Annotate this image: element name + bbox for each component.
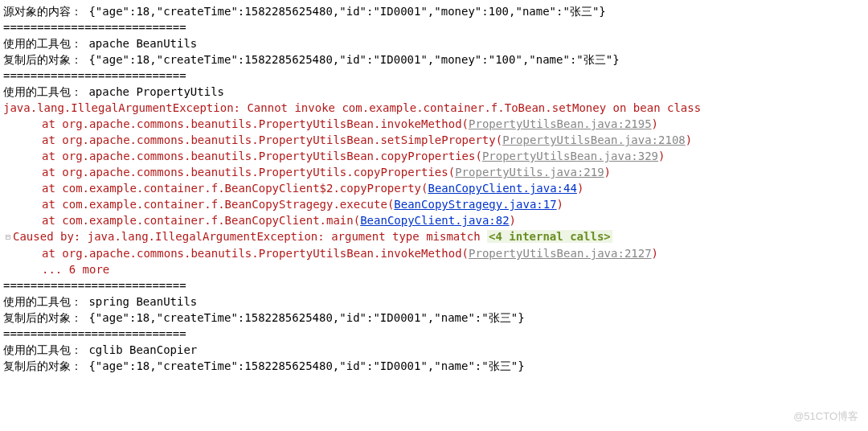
label-text: 使用的工具包： <box>3 295 82 308</box>
stack-call: at org.apache.commons.beanutils.Property… <box>42 150 475 162</box>
source-link[interactable]: PropertyUtils.java:219 <box>455 166 604 179</box>
output-line: 使用的工具包： apache BeanUtils <box>3 35 865 51</box>
source-link[interactable]: PropertyUtilsBean.java:2195 <box>469 117 652 130</box>
source-link[interactable]: BeanCopyStragegy.java:17 <box>394 198 556 211</box>
caused-by-text: Caused by: java.lang.IllegalArgumentExce… <box>13 230 487 243</box>
paren: ) <box>577 182 583 195</box>
label-text: 使用的工具包： <box>3 85 82 98</box>
console-output: 源对象的内容： {"age":18,"createTime":158228562… <box>3 3 865 374</box>
stack-call: at org.apache.commons.beanutils.Property… <box>42 247 462 260</box>
source-link[interactable]: PropertyUtilsBean.java:2108 <box>502 133 686 146</box>
stack-frame: at org.apache.commons.beanutils.Property… <box>3 164 865 180</box>
paren: ( <box>462 117 469 130</box>
tool-name: cglib BeanCopier <box>88 343 197 356</box>
label-text: 复制后的对象： <box>3 359 82 372</box>
paren: ) <box>557 198 563 211</box>
separator-line: =========================== <box>3 68 865 84</box>
json-output: {"age":18,"createTime":1582285625480,"id… <box>88 311 524 324</box>
json-output: {"age":18,"createTime":1582285625480,"id… <box>88 5 605 18</box>
tool-name: spring BeanUtils <box>88 295 197 308</box>
paren: ) <box>604 166 611 179</box>
stack-frame: at com.example.container.f.BeanCopyStrag… <box>3 196 865 212</box>
stack-frame: at org.apache.commons.beanutils.Property… <box>3 132 865 148</box>
stack-call: at com.example.container.f.BeanCopyClien… <box>42 182 421 195</box>
paren: ( <box>448 166 455 179</box>
paren: ) <box>658 150 665 162</box>
output-line: 源对象的内容： {"age":18,"createTime":158228562… <box>3 3 865 19</box>
stack-frame: at org.apache.commons.beanutils.Property… <box>3 116 865 132</box>
output-line: 使用的工具包： spring BeanUtils <box>3 293 865 310</box>
output-line: 复制后的对象： {"age":18,"createTime":158228562… <box>3 358 865 374</box>
separator-line: =========================== <box>3 19 865 35</box>
output-line: 复制后的对象： {"age":18,"createTime":158228562… <box>3 310 865 326</box>
stack-frame: at org.apache.commons.beanutils.Property… <box>3 245 865 261</box>
stack-frame: at com.example.container.f.BeanCopyClien… <box>3 180 865 196</box>
output-line: 使用的工具包： apache PropertyUtils <box>3 84 865 100</box>
stack-frame: at com.example.container.f.BeanCopyClien… <box>3 212 865 228</box>
label-text: 复制后的对象： <box>3 53 82 66</box>
source-link[interactable]: PropertyUtilsBean.java:2127 <box>469 247 652 260</box>
source-link[interactable]: BeanCopyClient.java:44 <box>428 182 576 195</box>
stack-call: at com.example.container.f.BeanCopyClien… <box>42 214 354 227</box>
tool-name: apache BeanUtils <box>88 37 197 50</box>
stack-call: at com.example.container.f.BeanCopyStrag… <box>42 198 387 211</box>
exception-message: java.lang.IllegalArgumentException: Cann… <box>3 100 865 116</box>
watermark-text: @51CTO博客 <box>793 408 858 425</box>
paren: ( <box>475 150 481 162</box>
stack-call: at org.apache.commons.beanutils.Property… <box>42 133 496 146</box>
output-line: 复制后的对象： {"age":18,"createTime":158228562… <box>3 51 865 68</box>
stack-frame: at org.apache.commons.beanutils.Property… <box>3 148 865 164</box>
json-output: {"age":18,"createTime":1582285625480,"id… <box>88 359 524 372</box>
paren: ) <box>686 133 692 146</box>
label-text: 复制后的对象： <box>3 311 82 324</box>
paren: ) <box>510 214 516 227</box>
stack-call: at org.apache.commons.beanutils.Property… <box>42 166 448 179</box>
tool-name: apache PropertyUtils <box>88 85 224 98</box>
caused-by-line: ⊟Caused by: java.lang.IllegalArgumentExc… <box>3 228 865 245</box>
collapse-icon[interactable]: ⊟ <box>3 229 13 245</box>
source-link[interactable]: PropertyUtilsBean.java:329 <box>482 150 658 162</box>
more-frames: ... 6 more <box>3 261 865 277</box>
internal-calls-badge[interactable]: <4 internal calls> <box>487 230 612 243</box>
json-output: {"age":18,"createTime":1582285625480,"id… <box>88 53 619 66</box>
output-line: 使用的工具包： cglib BeanCopier <box>3 342 865 358</box>
separator-line: =========================== <box>3 277 865 293</box>
label-text: 源对象的内容： <box>3 5 82 18</box>
stack-call: at org.apache.commons.beanutils.Property… <box>42 117 462 130</box>
separator-line: =========================== <box>3 326 865 342</box>
label-text: 使用的工具包： <box>3 37 82 50</box>
paren: ) <box>652 247 658 260</box>
paren: ) <box>652 117 658 130</box>
paren: ( <box>496 133 502 146</box>
source-link[interactable]: BeanCopyClient.java:82 <box>360 214 509 227</box>
paren: ( <box>354 214 360 227</box>
paren: ( <box>462 247 469 260</box>
label-text: 使用的工具包： <box>3 343 82 356</box>
